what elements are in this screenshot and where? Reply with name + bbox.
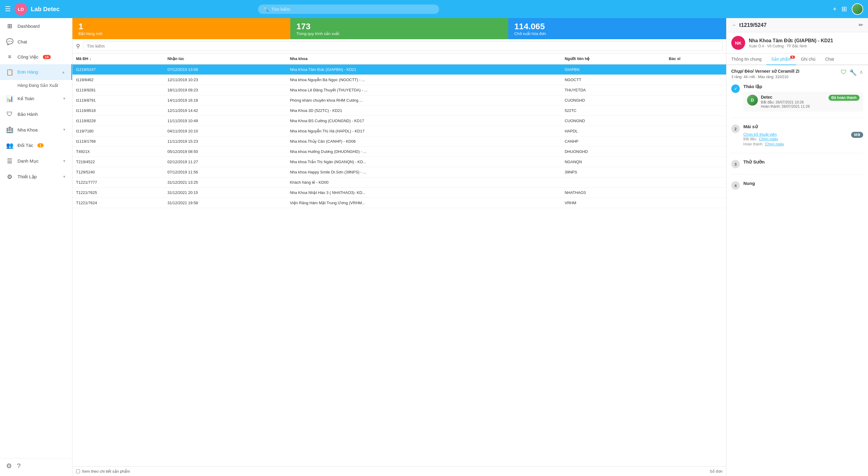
step-2: 2 Mài sứ Chọn kỹ thuật viên Bắt đầu: Chọ… [731,124,863,153]
cell-contact: 39NPS [561,167,665,178]
cell-date: 12/11/2019 14:42 [164,105,286,116]
step-2-start-link[interactable]: Chọn ngày [759,137,778,141]
cell-clinic: Nha Khoa Tâm Đức (GIAPBN) - KD21 [286,64,561,75]
don-hang-icon: 📋 [6,68,13,76]
cell-doctor [665,64,726,75]
table-row[interactable]: T4921X 05/12/2019 08:50 Nha khoa Hướng D… [72,147,726,157]
order-table-area: ⚲ Mã ĐH ↓ Nhận lúc Nha khoa Người liên h… [72,39,726,476]
stat-number-0: 1 [79,22,284,31]
sidebar-item-hang-sx[interactable]: Hàng Đang Sản Xuất [0,80,72,91]
sidebar-item-bao-hanh[interactable]: 🛡 Bảo Hành [0,106,72,122]
col-nhan-luc[interactable]: Nhận lúc [164,53,286,64]
san-pham-badge: 1 [790,56,795,59]
step-2-content: Mài sứ Chọn kỹ thuật viên Bắt đầu: Chọn … [743,124,863,147]
table-body: t1219/5247 07/12/2019 13:08 Nha Khoa Tâm… [72,64,726,208]
add-icon[interactable]: + [833,5,837,13]
search-bar[interactable]: 🔍 [258,4,439,14]
product-actions: 🛡 🔧 ∧ [841,69,863,76]
settings-bottom-icon[interactable]: ⚙ [6,462,12,470]
sidebar-item-danh-muc[interactable]: ☰ Danh Mục ▼ [0,153,72,169]
cell-doctor [665,198,726,208]
sidebar-item-nha-khoa[interactable]: 🏥 Nha Khoa ▼ [0,122,72,137]
stat-label-2: Chờ xuất hóa đơn [514,31,720,36]
cell-doctor [665,116,726,126]
cell-contact: CUONGND [561,116,665,126]
rp-clinic-info: NK Nha Khoa Tâm Đức (GIAPBN) - KD21 Xuân… [726,32,868,54]
cell-date: 31/12/2021 20:15 [164,188,286,198]
col-nha-khoa[interactable]: Nha khoa [286,53,561,64]
qr-icon[interactable]: ⊞ [841,5,847,13]
orders-table: Mã ĐH ↓ Nhận lúc Nha khoa Người liên hệ … [72,53,726,208]
cell-doctor [665,178,726,188]
cell-contact: NGOCTT [561,75,665,85]
table-row[interactable]: T219/4522 02/12/2019 11:27 Nha khoa Trần… [72,157,726,167]
product-info: Chụp/ Đèo/ Verneer sứ Ceramill ZI 3 răng… [731,69,800,83]
thiet-lap-icon: ⚙ [6,173,13,180]
cell-contact: NHATHAO3 [561,188,665,198]
table-row[interactable]: t1119/8518 12/11/2019 14:42 Nha Khoa 3D … [72,105,726,116]
cell-date: 02/12/2019 11:27 [164,157,286,167]
table-row[interactable]: T129/5240 07/12/2019 11:56 Nha khoa Happ… [72,167,726,178]
footer-checkbox-text: Xem theo chi tiết sản phẩm [82,469,130,474]
table-search-input[interactable] [83,42,722,51]
filter-icon[interactable]: ⚲ [76,43,80,50]
step-1-status: Đã hoàn thành [829,95,860,101]
sidebar-item-chat[interactable]: 💬 Chat [0,34,72,50]
cell-clinic: Nha khoa Hướng Dương (DHUONGHD) - ... [286,147,561,157]
step-indicator-4: 4 [731,181,740,190]
sidebar-item-dashboard[interactable]: ⊞ Dashboard [0,18,72,34]
step-2-details: Chọn kỹ thuật viên Bắt đầu: Chọn ngày Ho… [743,132,849,147]
col-nguoi-lien-he[interactable]: Người liên hệ [561,53,665,64]
table-row[interactable]: t119/7180 04/11/2019 10:10 Nha khoa Nguy… [72,126,726,136]
collapse-icon[interactable]: ∧ [859,69,863,76]
table-footer: Xem theo chi tiết sản phẩm Số đơn [72,466,726,476]
col-ma-dh[interactable]: Mã ĐH ↓ [72,53,164,64]
header-actions: + ⊞ [833,3,863,15]
footer-checkbox[interactable] [76,469,80,473]
table-row[interactable]: t1119/8791 14/11/2019 16:18 Phòng khám c… [72,95,726,105]
help-icon[interactable]: ? [17,462,21,470]
sidebar-item-doi-tac[interactable]: 👥 Đối Tác 1 [0,137,72,153]
cell-doctor [665,188,726,198]
table-row[interactable]: t1119/9281 18/11/2019 09:23 Nha khoa Lê … [72,85,726,95]
table-row[interactable]: t1119/1768 11/11/2019 15:23 Nha khoa Thủ… [72,136,726,147]
cell-date: 11/11/2019 10:49 [164,116,286,126]
table-row[interactable]: t1219/5247 07/12/2019 13:08 Nha Khoa Tâm… [72,64,726,75]
table-row[interactable]: T1221/7624 31/12/2021 19:58 Viện Răng Hà… [72,198,726,208]
cell-contact: THUYETDA [561,85,665,95]
sidebar-item-cong-viec[interactable]: ≡ Công Việc 14 [0,50,72,64]
step-2-inner: Chọn kỹ thuật viên Bắt đầu: Chọn ngày Ho… [743,132,863,147]
user-avatar[interactable] [852,3,863,15]
shield-check-icon[interactable]: 🛡 [841,69,847,76]
cell-doctor [665,136,726,147]
doi-tac-badge: 1 [37,143,43,148]
wrench-icon[interactable]: 🔧 [849,69,857,76]
sidebar-item-don-hang[interactable]: 📋 Đơn Hàng ▲ [0,64,72,80]
sidebar-item-thiet-lap[interactable]: ⚙ Thiết Lập ▼ [0,169,72,185]
menu-icon[interactable]: ☰ [5,5,11,13]
tab-san-pham[interactable]: Sản phẩm 1 [766,54,796,65]
table-row[interactable]: T1221/7777 31/12/2021 13:25 Khách hàng l… [72,178,726,188]
col-bac-si[interactable]: Bác sĩ [665,53,726,64]
sidebar-item-ke-toan[interactable]: 📊 Kế Toán ▼ [0,91,72,106]
tab-chat[interactable]: Chat [820,54,839,65]
table-row[interactable]: t119/8462 12/11/2019 10:23 Nha khoa Nguy… [72,75,726,85]
cell-contact: NGANQN [561,157,665,167]
table-row[interactable]: t1119/8228 11/11/2019 10:49 Nha Khoa BS … [72,116,726,126]
step-4-title: Nung [743,181,863,186]
step-2-end-link[interactable]: Chọn ngày [765,142,784,146]
cell-doctor [665,126,726,136]
step-2-link[interactable]: Chọn kỹ thuật viên [743,132,849,137]
search-input[interactable] [271,7,434,12]
tab-thong-tin-chung[interactable]: Thông tin chung [726,54,766,65]
step-1-body: Detec Bắt đầu: 26/07/2021 10:26 Hoàn thà… [761,95,826,108]
sidebar-label-nha-khoa: Nha Khoa [18,127,38,132]
tab-ghi-chu[interactable]: Ghi chú [796,54,820,65]
bao-hanh-icon: 🛡 [6,111,13,118]
rp-edit-icon[interactable]: ✏ [859,22,863,28]
table-row[interactable]: T1221/7625 31/12/2021 20:15 Nha Khoa Nhậ… [72,188,726,198]
cell-date: 07/12/2019 13:08 [164,64,286,75]
cong-viec-icon: ≡ [6,54,13,60]
cell-contact: CUONGHD [561,95,665,105]
footer-checkbox-label[interactable]: Xem theo chi tiết sản phẩm [76,469,130,474]
